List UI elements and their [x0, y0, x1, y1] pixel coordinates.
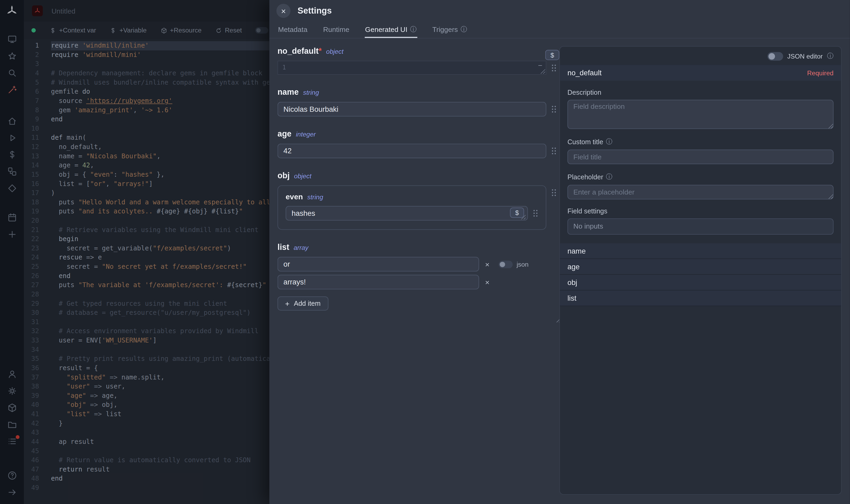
info-icon[interactable]: ⓘ — [461, 25, 467, 34]
tab-metadata[interactable]: Metadata — [277, 21, 308, 38]
field-name-label: age — [277, 129, 292, 138]
script-title[interactable]: Untitled — [51, 7, 75, 15]
code-line: 10 — [24, 124, 270, 133]
code-line: 20 — [24, 216, 270, 226]
required-asterisk: * — [319, 46, 322, 55]
resize-grip-icon[interactable] — [540, 69, 545, 74]
code-line: 18 puts "Hello World and a warm welcome … — [24, 198, 270, 207]
age-input[interactable]: 42 — [277, 144, 546, 158]
code-line: 39 "age" => age, — [24, 391, 270, 400]
drag-handle-icon[interactable] — [551, 64, 557, 72]
info-icon[interactable]: ⓘ — [410, 25, 416, 34]
json-editor-toggle[interactable] — [767, 52, 783, 60]
code-line: 48end — [24, 474, 270, 484]
settings-tabs: MetadataRuntimeGenerated UIⓘTriggersⓘ — [269, 21, 850, 38]
custom-title-input[interactable] — [567, 149, 833, 164]
status-dot — [31, 28, 36, 33]
drag-handle-icon[interactable] — [551, 189, 557, 197]
dollar-icon[interactable] — [5, 149, 18, 161]
field-type-label: object — [326, 48, 343, 55]
obj-nested-panel: even string hashes $ — [277, 185, 546, 230]
field-no-default: no_default* object 1 — — [277, 46, 562, 75]
context-var-button[interactable]: +Context var — [49, 26, 96, 34]
editor-toolbar: +Context var+Variable+ResourceReset ± — [24, 21, 270, 39]
calendar-icon[interactable] — [5, 212, 18, 223]
tab-runtime[interactable]: Runtime — [323, 21, 350, 38]
tab-generated-ui[interactable]: Generated UIⓘ — [365, 21, 417, 38]
add-item-button[interactable]: + Add item — [277, 296, 328, 310]
field-name: name string Nicolas Bourbaki $ — [277, 87, 562, 116]
resource-button[interactable]: +Resource — [160, 26, 202, 34]
list-icon[interactable] — [5, 435, 18, 447]
diamond-icon[interactable] — [5, 182, 18, 194]
placeholder-input[interactable] — [567, 185, 833, 199]
drag-handle-icon[interactable] — [551, 147, 557, 155]
arrow-right-icon[interactable] — [5, 486, 18, 499]
code-line: 43 — [24, 428, 270, 437]
field-obj: obj object even string hashes $ — [277, 170, 562, 230]
code-line: 23 secret = get_variable("f/examples/sec… — [24, 244, 270, 253]
user-icon[interactable] — [5, 368, 18, 380]
name-input[interactable]: Nicolas Bourbaki — [277, 102, 546, 116]
folder-icon[interactable] — [5, 418, 18, 431]
windmill-logo-icon[interactable] — [5, 4, 18, 17]
argument-inspector: JSON editor ⓘ no_default Required Descri… — [559, 46, 842, 495]
even-input[interactable]: hashes — [286, 206, 528, 221]
home-icon[interactable] — [5, 115, 18, 127]
drag-handle-icon[interactable] — [551, 105, 557, 113]
insert-variable-button[interactable]: $ — [510, 208, 524, 218]
no-inputs-box: No inputs — [567, 218, 833, 235]
selected-arg-row[interactable]: no_default Required — [560, 65, 841, 80]
play-icon[interactable] — [5, 132, 18, 144]
code-line: 5# Windmill uses bundler/inline compatib… — [24, 78, 270, 87]
list-item-input[interactable]: arrays! — [277, 275, 479, 289]
code-line: 32 # Access environment variables provid… — [24, 327, 270, 336]
arg-row-name[interactable]: name — [560, 243, 841, 259]
collapse-icon[interactable]: — — [538, 62, 542, 69]
info-icon[interactable]: ⓘ — [606, 173, 612, 182]
list-item: arrays! × — [277, 275, 562, 289]
info-icon[interactable]: ⓘ — [827, 51, 833, 61]
close-icon[interactable]: × — [276, 4, 291, 18]
help-icon[interactable] — [5, 470, 18, 482]
list-item-input[interactable]: or — [277, 257, 479, 271]
add-item-label: Add item — [294, 300, 321, 307]
insert-variable-button[interactable]: $ — [545, 50, 559, 60]
tab-triggers[interactable]: Triggersⓘ — [432, 21, 468, 38]
info-icon[interactable]: ⓘ — [606, 137, 612, 146]
arg-row-age[interactable]: age — [560, 259, 841, 275]
code-line: 31 — [24, 318, 270, 327]
code-line: 11def main( — [24, 133, 270, 143]
field-list: list array or × json arrays! × + — [277, 242, 562, 310]
star-icon[interactable] — [5, 50, 18, 62]
variable-button[interactable]: +Variable — [110, 26, 147, 34]
code-line: 47 return result — [24, 465, 270, 474]
remove-item-icon[interactable]: × — [485, 260, 490, 268]
cube-icon[interactable] — [5, 402, 18, 414]
code-editor[interactable]: 1require 'windmill/inline'2require 'wind… — [24, 39, 270, 504]
arg-row-list[interactable]: list — [560, 291, 841, 306]
monitor-icon[interactable] — [5, 33, 18, 45]
plus-icon[interactable] — [5, 228, 18, 240]
drag-handle-icon[interactable] — [533, 209, 538, 217]
hub-icon[interactable] — [5, 165, 18, 178]
code-line: 15 obj = { "even": "hashes" }, — [24, 170, 270, 179]
modal-header: × Settings — [269, 0, 850, 21]
code-line: 22 begin — [24, 235, 270, 244]
code-line: 12 no_default, — [24, 143, 270, 152]
gear-icon[interactable] — [5, 385, 18, 397]
arg-row-obj[interactable]: obj — [560, 275, 841, 291]
remove-item-icon[interactable]: × — [485, 278, 490, 286]
placeholder-label: Placeholder — [567, 173, 603, 181]
no-default-json-input[interactable]: 1 — — [277, 61, 546, 75]
toolbar-toggle[interactable] — [255, 27, 269, 34]
settings-modal: × Settings MetadataRuntimeGenerated UIⓘT… — [269, 0, 850, 504]
reset-button[interactable]: Reset — [215, 26, 242, 34]
code-line: 37 "splitted" => name.split, — [24, 373, 270, 382]
wand-icon[interactable] — [5, 84, 18, 96]
json-toggle[interactable] — [499, 260, 513, 268]
description-textarea[interactable] — [567, 100, 833, 129]
search-icon[interactable] — [5, 67, 18, 79]
field-type-label: string — [307, 194, 323, 201]
code-line: 26 end — [24, 271, 270, 281]
